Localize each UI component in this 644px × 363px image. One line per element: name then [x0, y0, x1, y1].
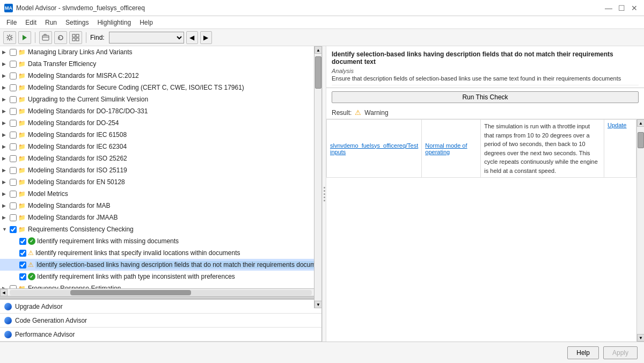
perf-advisor-icon [4, 331, 12, 338]
tree-arrow-item7[interactable]: ▶ [2, 120, 10, 126]
tree-check-item20[interactable] [19, 273, 26, 280]
tree-check-item18[interactable] [19, 250, 26, 257]
tree-item-item4[interactable]: ▶📁Modeling Standards for Secure Coding (… [0, 82, 321, 93]
tree-arrow-item5[interactable]: ▶ [2, 97, 10, 102]
menu-highlighting[interactable]: Highlighting [93, 18, 135, 27]
tree-check-item13[interactable] [10, 191, 17, 198]
close-button[interactable]: ✕ [629, 3, 640, 13]
toolbar-btn-open[interactable] [39, 31, 52, 44]
tree-check-item9[interactable] [10, 143, 17, 150]
v-scrollbar[interactable]: ▲ ▼ [314, 46, 321, 308]
v-scroll-down[interactable]: ▼ [314, 301, 322, 308]
tree-arrow-item15[interactable]: ▶ [2, 215, 10, 220]
tree-arrow-item9[interactable]: ▶ [2, 144, 10, 149]
right-v-scroll-up[interactable]: ▲ [637, 119, 644, 127]
update-link[interactable]: Update [608, 122, 626, 128]
tree-item-item3[interactable]: ▶📁Modeling Standards for MISRA C:2012 [0, 70, 321, 82]
tree-item-item7[interactable]: ▶📁Modeling Standards for DO-254 [0, 117, 321, 129]
toolbar-btn-refresh[interactable] [54, 31, 67, 44]
tree-check-item6[interactable] [10, 108, 17, 115]
maximize-button[interactable]: ☐ [616, 3, 627, 13]
tree-check-item15[interactable] [10, 214, 17, 221]
tree-arrow-item13[interactable]: ▶ [2, 191, 10, 197]
tree-check-item3[interactable] [10, 72, 17, 79]
tree-arrow-item11[interactable]: ▶ [2, 168, 10, 173]
tree-item-item9[interactable]: ▶📁Modeling Standards for IEC 62304 [0, 141, 321, 153]
perf-advisor-btn[interactable]: Performance Advisor [0, 328, 321, 342]
tree-item-item1[interactable]: ▶📁Managing Library Links And Variants [0, 46, 321, 58]
tree-arrow-item14[interactable]: ▶ [2, 203, 10, 208]
tree-item-item15[interactable]: ▶📁Modeling Standards for JMAAB [0, 212, 321, 223]
tree-item-item16[interactable]: ▼📁Requirements Consistency Checking [0, 223, 321, 235]
code-gen-advisor-btn[interactable]: Code Generation Advisor [0, 314, 321, 328]
minimize-button[interactable]: ― [603, 3, 614, 13]
tree-check-item4[interactable] [10, 84, 17, 91]
v-scroll-up[interactable]: ▲ [314, 46, 322, 54]
folder-icon-item14: 📁 [18, 202, 26, 209]
tree-arrow-item1[interactable]: ▶ [2, 49, 10, 55]
toolbar-btn-next[interactable]: ▶ [200, 31, 212, 44]
toolbar-btn-run[interactable] [18, 31, 31, 44]
tree-check-item10[interactable] [10, 155, 17, 162]
tree-check-item5[interactable] [10, 96, 17, 103]
tree-check-item12[interactable] [10, 179, 17, 186]
tree-arrow-item12[interactable]: ▶ [2, 179, 10, 185]
tree-check-item17[interactable] [19, 238, 26, 245]
upgrade-advisor-btn[interactable]: Upgrade Advisor [0, 300, 321, 314]
run-check-button[interactable]: Run This Check [332, 91, 639, 103]
menu-settings[interactable]: Settings [61, 18, 93, 27]
tree-arrow-item4[interactable]: ▶ [2, 85, 10, 90]
apply-button[interactable]: Apply [603, 346, 638, 359]
tree-item-item2[interactable]: ▶📁Data Transfer Efficiency [0, 58, 321, 70]
right-v-scrollbar[interactable]: ▲ ▼ [636, 119, 644, 342]
right-v-scroll-down[interactable]: ▼ [637, 334, 644, 342]
menu-run[interactable]: Run [41, 18, 61, 27]
tree-check-item8[interactable] [10, 132, 17, 139]
tree-item-item12[interactable]: ▶📁Modeling Standards for EN 50128 [0, 176, 321, 188]
tree-check-item11[interactable] [10, 167, 17, 174]
tree-item-item5[interactable]: ▶📁Upgrading to the Current Simulink Vers… [0, 93, 321, 105]
menu-edit[interactable]: Edit [21, 18, 41, 27]
menu-help[interactable]: Help [135, 18, 157, 27]
tree-container[interactable]: ▶📁Managing Library Links And Variants▶📁D… [0, 46, 321, 288]
tree-item-item11[interactable]: ▶📁Modeling Standards for ISO 25119 [0, 164, 321, 176]
code-gen-advisor-label: Code Generation Advisor [15, 317, 87, 324]
tree-item-item21[interactable]: ▶📁Frequency Response Estimation [0, 282, 321, 288]
tree-arrow-item8[interactable]: ▶ [2, 132, 10, 137]
tree-item-item20[interactable]: ✓Identify requirement links with path ty… [0, 271, 321, 282]
tree-label-item19: Identify selection-based links having de… [35, 261, 321, 268]
folder-icon-item3: 📁 [18, 72, 26, 79]
h-scroll-left[interactable]: ◄ [0, 289, 8, 296]
tree-check-item7[interactable] [10, 120, 17, 127]
tree-arrow-item6[interactable]: ▶ [2, 108, 10, 114]
results-scroll-area[interactable]: slvnvdemo_fuelsys_officereq/Test inputs … [326, 119, 636, 342]
find-dropdown[interactable] [109, 32, 184, 43]
tree-item-item10[interactable]: ▶📁Modeling Standards for ISO 25262 [0, 153, 321, 164]
tree-item-item19[interactable]: ⚠Identify selection-based links having d… [0, 259, 321, 271]
tree-item-item8[interactable]: ▶📁Modeling Standards for IEC 61508 [0, 129, 321, 141]
tree-arrow-item3[interactable]: ▶ [2, 73, 10, 78]
toolbar-btn-prev[interactable]: ◀ [186, 31, 198, 44]
location-link[interactable]: Normal mode of operating [425, 142, 467, 155]
tree-label-item13: Model Metrics [28, 190, 68, 198]
toolbar-btn-grid[interactable] [69, 31, 82, 44]
tree-arrow-item16[interactable]: ▼ [2, 227, 10, 232]
tree-check-item14[interactable] [10, 202, 17, 209]
help-button[interactable]: Help [567, 346, 599, 359]
toolbar-btn-settings[interactable] [3, 31, 16, 44]
tree-check-item1[interactable] [10, 49, 17, 56]
menu-file[interactable]: File [2, 18, 21, 27]
tree-item-item14[interactable]: ▶📁Modeling Standards for MAB [0, 200, 321, 212]
tree-arrow-item2[interactable]: ▶ [2, 61, 10, 67]
tree-item-item18[interactable]: ⚠Identify requirement links that specify… [0, 247, 321, 259]
tree-check-item16[interactable] [10, 226, 17, 233]
tree-item-item17[interactable]: ✓Identify requirement links with missing… [0, 235, 321, 247]
panel-splitter[interactable] [322, 46, 326, 342]
tree-check-item19[interactable] [19, 262, 26, 268]
tree-item-item6[interactable]: ▶📁Modeling Standards for DO-178C/DO-331 [0, 105, 321, 117]
model-link[interactable]: slvnvdemo_fuelsys_officereq/Test inputs [330, 142, 418, 155]
tree-item-item13[interactable]: ▶📁Model Metrics [0, 188, 321, 200]
tree-check-item2[interactable] [10, 61, 17, 68]
h-scrollbar[interactable]: ◄ ► [0, 288, 321, 296]
tree-arrow-item10[interactable]: ▶ [2, 156, 10, 161]
